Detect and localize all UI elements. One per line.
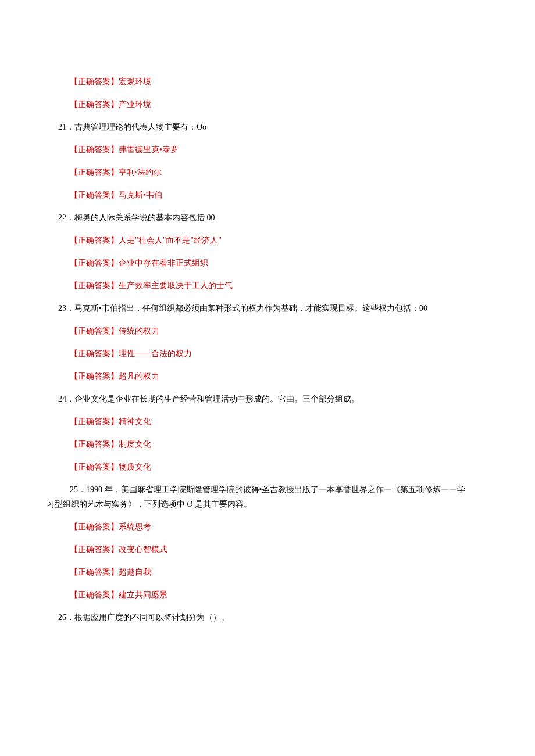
answer-text: 生产效率主要取决于工人的士气 bbox=[119, 281, 233, 290]
question-number: 25 bbox=[70, 483, 78, 496]
answer-label: 【正确答案】 bbox=[70, 522, 119, 531]
answer-text: 产业环境 bbox=[119, 100, 151, 109]
answer-line: 【正确答案】制度文化 bbox=[47, 438, 488, 450]
answer-text: 超越自我 bbox=[119, 568, 151, 576]
answer-line: 【正确答案】弗雷德里克•泰罗 bbox=[47, 144, 488, 156]
answer-label: 【正确答案】 bbox=[70, 417, 119, 426]
answer-text: 宏观环境 bbox=[119, 77, 151, 86]
answer-text: 精神文化 bbox=[119, 417, 151, 426]
answer-line: 【正确答案】人是"社会人"而不是"经济人" bbox=[47, 234, 488, 246]
answer-label: 【正确答案】 bbox=[70, 545, 119, 554]
answer-text: 系统思考 bbox=[119, 522, 151, 531]
answer-line: 【正确答案】宏观环境 bbox=[47, 76, 488, 88]
answer-line: 【正确答案】产业环境 bbox=[47, 98, 488, 110]
answer-line: 【正确答案】亨利·法约尔 bbox=[47, 166, 488, 178]
answer-label: 【正确答案】 bbox=[70, 463, 119, 471]
answer-line: 【正确答案】企业中存在着非正式组织 bbox=[47, 257, 488, 269]
question-text-line2: 习型组织的艺术与实务》，下列选项中 O 是其主要内容。 bbox=[47, 500, 252, 508]
question-text: ．根据应用广度的不同可以将计划分为（）。 bbox=[66, 613, 229, 622]
question-text: ．马克斯•韦伯指出，任何组织都必须由某种形式的权力作为基础，才能实现目标。这些权… bbox=[66, 304, 427, 313]
answer-line: 【正确答案】精神文化 bbox=[47, 415, 488, 428]
answer-text: 超凡的权力 bbox=[119, 372, 159, 381]
question-text: ．企业文化是企业在长期的生产经营和管理活动中形成的。它由。三个部分组成。 bbox=[66, 395, 359, 403]
question-line: 22 ．梅奥的人际关系学说的基本内容包括 00 bbox=[47, 212, 488, 224]
answer-label: 【正确答案】 bbox=[70, 372, 119, 381]
answer-label: 【正确答案】 bbox=[70, 168, 119, 177]
question-line-continuation: 习型组织的艺术与实务》，下列选项中 O 是其主要内容。 bbox=[47, 498, 488, 510]
question-line: 21 ．古典管理理论的代表人物主要有：Oo bbox=[47, 121, 488, 133]
answer-text: 马克斯•韦伯 bbox=[119, 191, 162, 199]
answer-line: 【正确答案】马克斯•韦伯 bbox=[47, 189, 488, 201]
question-number: 21 bbox=[58, 121, 66, 133]
answer-label: 【正确答案】 bbox=[70, 327, 119, 335]
answer-label: 【正确答案】 bbox=[70, 191, 119, 199]
answer-text: 亨利·法约尔 bbox=[119, 168, 162, 177]
answer-label: 【正确答案】 bbox=[70, 568, 119, 576]
answer-line: 【正确答案】系统思考 bbox=[47, 521, 488, 533]
answer-text: 制度文化 bbox=[119, 440, 151, 449]
answer-text: 建立共同愿景 bbox=[119, 590, 167, 599]
question-line: 24 ．企业文化是企业在长期的生产经营和管理活动中形成的。它由。三个部分组成。 bbox=[47, 393, 488, 405]
answer-label: 【正确答案】 bbox=[70, 236, 119, 245]
answer-line: 【正确答案】改变心智模式 bbox=[47, 543, 488, 556]
answer-label: 【正确答案】 bbox=[70, 100, 119, 109]
answer-line: 【正确答案】超越自我 bbox=[47, 566, 488, 578]
answer-text: 理性——合法的权力 bbox=[119, 349, 192, 358]
question-number: 24 bbox=[58, 393, 66, 405]
answer-text: 改变心智模式 bbox=[119, 545, 167, 554]
answer-text: 物质文化 bbox=[119, 463, 151, 471]
answer-label: 【正确答案】 bbox=[70, 590, 119, 599]
answer-label: 【正确答案】 bbox=[70, 281, 119, 290]
answer-label: 【正确答案】 bbox=[70, 145, 119, 154]
answer-label: 【正确答案】 bbox=[70, 259, 119, 267]
question-text: ．梅奥的人际关系学说的基本内容包括 00 bbox=[66, 213, 215, 222]
answer-label: 【正确答案】 bbox=[70, 77, 119, 86]
question-number: 23 bbox=[58, 302, 66, 314]
answer-text: 企业中存在着非正式组织 bbox=[119, 259, 208, 267]
answer-text: 弗雷德里克•泰罗 bbox=[119, 145, 179, 154]
question-number: 26 bbox=[58, 611, 66, 624]
question-line: 25 ．1990 年，美国麻省理工学院斯隆管理学院的彼得•圣吉教授出版了一本享誉… bbox=[47, 483, 488, 496]
answer-label: 【正确答案】 bbox=[70, 349, 119, 358]
answer-text: 人是"社会人"而不是"经济人" bbox=[119, 236, 222, 245]
question-line: 26 ．根据应用广度的不同可以将计划分为（）。 bbox=[47, 611, 488, 624]
answer-line: 【正确答案】建立共同愿景 bbox=[47, 589, 488, 601]
answer-line: 【正确答案】超凡的权力 bbox=[47, 370, 488, 382]
answer-line: 【正确答案】生产效率主要取决于工人的士气 bbox=[47, 280, 488, 292]
answer-label: 【正确答案】 bbox=[70, 440, 119, 449]
answer-line: 【正确答案】传统的权力 bbox=[47, 325, 488, 337]
answer-text: 传统的权力 bbox=[119, 327, 159, 335]
answer-line: 【正确答案】物质文化 bbox=[47, 461, 488, 473]
question-text-line1: ．1990 年，美国麻省理工学院斯隆管理学院的彼得•圣吉教授出版了一本享誉世界之… bbox=[78, 485, 465, 494]
question-line: 23 ．马克斯•韦伯指出，任何组织都必须由某种形式的权力作为基础，才能实现目标。… bbox=[47, 302, 488, 314]
question-number: 22 bbox=[58, 212, 66, 224]
answer-line: 【正确答案】理性——合法的权力 bbox=[47, 347, 488, 360]
question-text: ．古典管理理论的代表人物主要有：Oo bbox=[66, 123, 206, 131]
